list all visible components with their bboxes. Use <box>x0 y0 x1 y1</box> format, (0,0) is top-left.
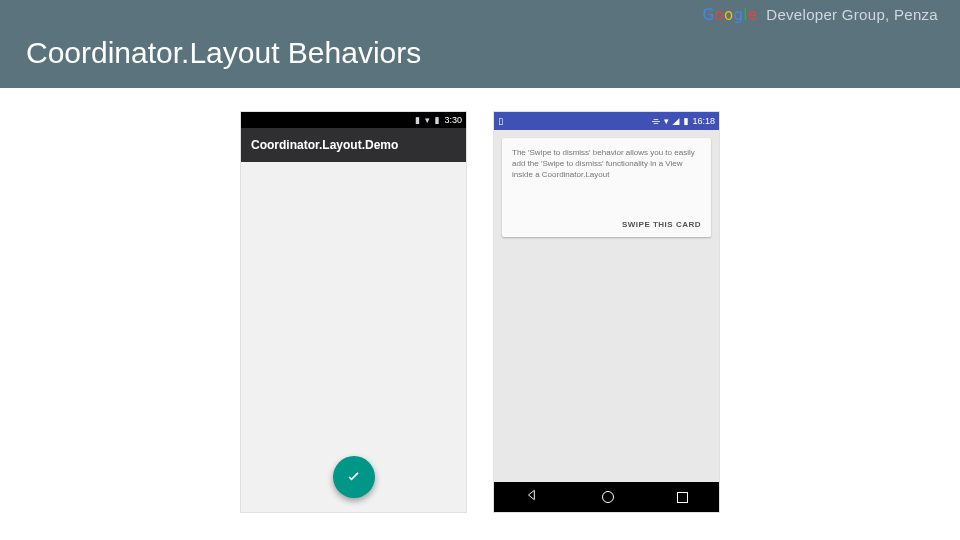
app-bar-title: Coordinator.Layout.Demo <box>251 138 398 152</box>
battery-icon: ▮ <box>435 115 440 125</box>
wifi-icon: ▾ <box>664 116 669 126</box>
signal-icon: ▮ <box>415 115 420 125</box>
bluetooth-icon: ⌯ <box>651 116 660 126</box>
card-description: The 'Swipe to dismiss' behavior allows y… <box>512 148 701 180</box>
wifi-icon: ▾ <box>425 115 430 125</box>
check-icon <box>344 467 364 487</box>
swipe-card[interactable]: The 'Swipe to dismiss' behavior allows y… <box>502 138 711 237</box>
phones-row: ▮ ▾ ▮ 3:30 Coordinator.Layout.Demo ▯ ⌯ ▾ <box>0 112 960 512</box>
system-nav-bar <box>494 482 719 512</box>
status-time: 16:18 <box>692 116 715 126</box>
slide-header: Google Developer Group, Penza Coordinato… <box>0 0 960 88</box>
phone-screenshot-1: ▮ ▾ ▮ 3:30 Coordinator.Layout.Demo <box>241 112 466 512</box>
phone-screenshot-2: ▯ ⌯ ▾ ◢ ▮ 16:18 The 'Swipe to dismiss' b… <box>494 112 719 512</box>
back-button[interactable] <box>525 488 539 506</box>
g-letter: e <box>748 6 758 24</box>
status-bar: ▮ ▾ ▮ 3:30 <box>241 112 466 128</box>
triangle-back-icon <box>525 488 539 502</box>
fab-button[interactable] <box>333 456 375 498</box>
g-letter: o <box>714 6 723 24</box>
g-letter: G <box>702 6 714 24</box>
signal-icon: ◢ <box>673 116 680 126</box>
g-letter: g <box>733 6 743 24</box>
recents-button[interactable] <box>677 492 688 503</box>
header-branding: Google Developer Group, Penza <box>0 0 960 26</box>
app-bar: Coordinator.Layout.Demo <box>241 128 466 162</box>
status-bar: ▯ ⌯ ▾ ◢ ▮ 16:18 <box>494 112 719 130</box>
g-letter: o <box>724 6 733 24</box>
app-body <box>241 162 466 512</box>
slide: Google Developer Group, Penza Coordinato… <box>0 0 960 540</box>
battery-icon: ▮ <box>684 116 689 126</box>
status-time: 3:30 <box>444 115 462 125</box>
notification-icon: ▯ <box>498 116 503 126</box>
header-subtitle: Developer Group, Penza <box>766 6 938 23</box>
page-title: Coordinator.Layout Behaviors <box>0 26 960 88</box>
home-button[interactable] <box>602 491 614 503</box>
app-body: The 'Swipe to dismiss' behavior allows y… <box>494 130 719 482</box>
google-logo-text: Google <box>702 6 762 24</box>
card-action-label: SWIPE THIS CARD <box>512 220 701 229</box>
